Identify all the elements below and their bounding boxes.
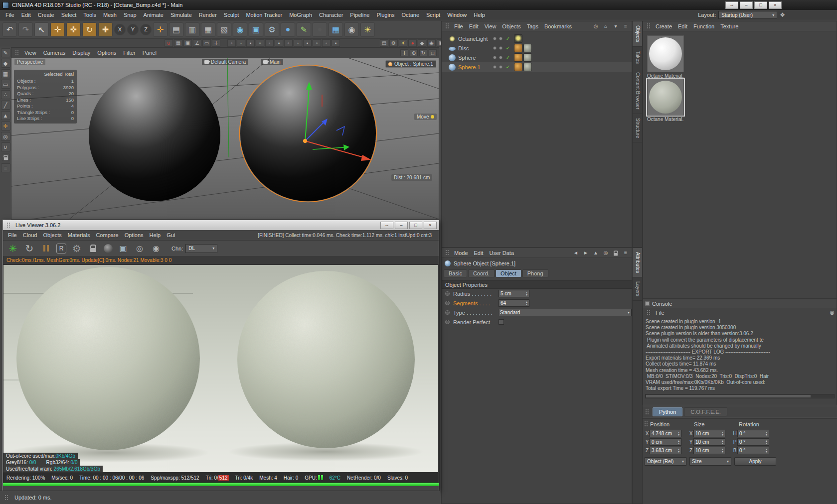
camera-icon[interactable]: ◉ [344,22,359,37]
clay-mode-icon[interactable]: ▣ [117,243,129,254]
editor-visibility-dot[interactable] [493,46,497,50]
mm-menu-item[interactable]: Create [653,23,675,29]
viewport-menu-item[interactable]: Filter [120,50,139,56]
object-tags[interactable] [514,34,522,43]
viewport-menu-item[interactable]: Cameras [40,50,69,56]
om-menu-item[interactable]: File [451,23,466,29]
keyframe-icon[interactable]: ◆ [418,39,426,47]
live-viewer-titlebar[interactable]: Live Viewer 3.06.2 ⇔–□× [3,220,439,230]
undo-icon[interactable]: ↶ [2,22,17,37]
material-item[interactable]: Octane Material. [647,35,687,79]
om-menu-item[interactable]: View [482,23,500,29]
am-menu-item[interactable]: Edit [471,250,487,256]
attribute-tab[interactable]: Phong [522,269,548,277]
position-field[interactable]: 0 cm ▴▾ [650,438,681,446]
stepper-icon[interactable]: ▴▾ [766,440,767,444]
menu-item[interactable]: Help [470,12,489,18]
mm-menu-item[interactable]: Edit [675,23,690,29]
move-tool-icon[interactable]: ✛ [50,22,65,37]
editor-visibility-dot[interactable] [493,65,497,69]
pause-render-icon[interactable] [40,243,52,254]
lv-menu-item[interactable]: Compare [93,232,121,238]
om-menu-icon[interactable]: ≡ [622,23,630,30]
object-tags[interactable] [514,63,532,71]
enabled-check-icon[interactable]: ✓ [505,45,511,51]
stepper-icon[interactable]: ▴▾ [722,440,723,444]
view-label[interactable]: Perspective [14,59,45,65]
zoom-view-icon[interactable]: ⊕ [410,49,418,56]
segments-field[interactable]: 64 ▴▾ [499,299,529,307]
restart-render-icon[interactable]: ↻ [23,243,35,254]
snap-3d-icon[interactable]: ▦ [174,39,182,47]
stepper-icon[interactable]: ▴▾ [678,448,679,453]
snap-option-icon[interactable]: ▪ [303,39,312,47]
stepper-icon[interactable]: ▴▾ [678,440,679,444]
drag-handle-icon[interactable] [445,250,450,256]
mm-menu-item[interactable]: Texture [717,23,741,29]
object-tags[interactable] [514,44,532,52]
render-settings-icon[interactable]: ⚙ [265,22,279,37]
am-menu-item[interactable]: Mode [451,250,471,256]
om-menu-item[interactable]: Edit [466,23,482,29]
close-icon[interactable]: ⊗ [830,309,835,316]
am-menu-item[interactable]: User Data [487,250,517,256]
render-visibility-dot[interactable] [499,46,502,50]
lock-icon[interactable] [1,154,9,161]
enabled-check-icon[interactable]: ✓ [505,36,511,41]
mm-menu-item[interactable]: Function [690,23,717,29]
material-item[interactable]: Octane Material. [647,79,687,122]
object-label[interactable]: OctaneLight [458,36,493,42]
make-editable-icon[interactable]: ✎ [1,48,10,57]
lv-menu-item[interactable]: Options [122,232,147,238]
render-picture-viewer-icon[interactable]: ▣ [249,22,263,37]
modeling-palette-icon[interactable]: ▤ [169,22,183,37]
animation-dot-icon[interactable] [445,320,450,324]
camera-label[interactable]: Default Camera [202,59,248,65]
workplane-mode-icon[interactable]: ▭ [1,80,10,89]
axis-mode-icon[interactable]: ✛ [1,122,10,130]
menu-item[interactable]: Octane [398,12,423,18]
snap-palette-icon[interactable]: ▥ [185,22,199,37]
object-label[interactable]: Disc [458,45,493,51]
layout-dropdown[interactable]: Startup (User) ▾ [718,11,777,19]
stepper-icon[interactable]: ▴▾ [722,448,723,453]
tool-menu-icon[interactable]: ≡ [1,163,10,172]
lock-y-icon[interactable]: Y [127,24,139,35]
quantize-icon[interactable]: ∠ [193,39,201,47]
settings-gear-icon[interactable]: ⚙ [71,243,83,254]
manager-tab[interactable]: Objects [633,21,642,47]
snap-grid-icon[interactable]: ▣ [183,39,192,47]
model-mode-icon[interactable]: ◆ [1,59,10,68]
console-log[interactable]: Scene created in plugin version -1Scene … [643,317,837,393]
om-menu-item[interactable]: Tags [524,23,541,29]
viewport-menu-item[interactable]: Options [94,50,120,56]
floor-icon[interactable]: ▦ [329,22,343,37]
rotation-field[interactable]: 0 ° ▴▾ [737,447,769,454]
object-label[interactable]: Sphere [458,55,493,61]
polygons-mode-icon[interactable]: ▲ [1,111,10,120]
minimize-button[interactable]: – [395,222,408,229]
viewport-solo-icon[interactable]: ◎ [1,132,10,141]
apply-button[interactable]: Apply [734,457,776,466]
lock-icon[interactable] [613,250,619,255]
snap-option-icon[interactable]: ▫ [256,39,264,47]
lv-menu-item[interactable]: Gui [164,232,178,238]
material-ball-icon[interactable] [104,244,113,253]
menu-item[interactable]: Simulate [167,12,195,18]
menu-item[interactable]: Snap [120,12,140,18]
animation-dot-icon[interactable] [445,310,450,315]
viewport-canvas[interactable]: Perspective Default Camera Main Object :… [11,58,439,219]
drag-handle-icon[interactable] [647,309,651,316]
drag-handle-icon[interactable] [445,23,450,29]
attribute-tab[interactable]: Coord. [468,269,495,277]
animation-dot-icon[interactable] [445,301,450,305]
back-icon[interactable]: ◄ [572,250,580,256]
om-menu-item[interactable]: Bookmarks [541,23,575,29]
viewport-menu-item[interactable]: View [21,50,40,56]
stepper-icon[interactable]: ▴▾ [526,291,527,296]
maximize-button[interactable]: □ [754,1,767,9]
lock-z-icon[interactable]: Z [140,24,152,35]
viewport-sun-icon[interactable]: ☀ [399,39,407,47]
customize-icon[interactable]: ❖ [780,11,785,18]
object-tags[interactable] [514,53,532,62]
